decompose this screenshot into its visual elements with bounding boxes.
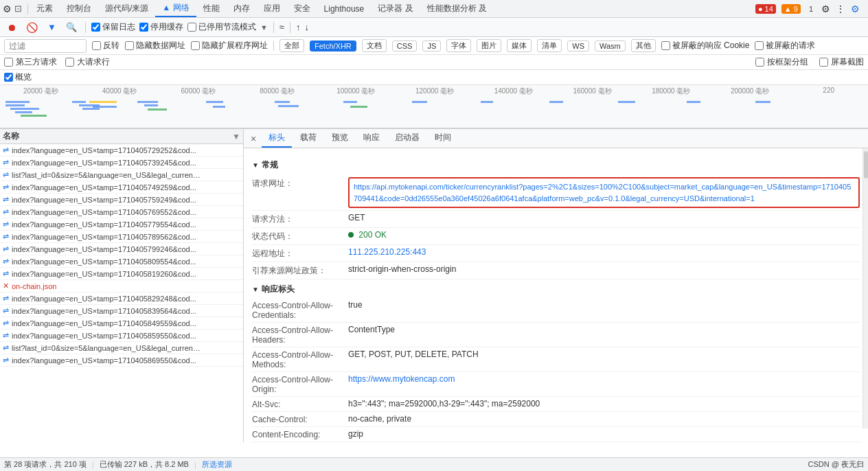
large-rows-check[interactable]: 大请求行 xyxy=(65,56,110,68)
third-party-check[interactable]: 第三方请求 xyxy=(4,56,57,68)
list-item[interactable]: ⇌ index?language=en_US×tamp=171040578956… xyxy=(0,231,243,243)
more-icon[interactable]: ⋮ xyxy=(836,3,845,14)
remote-address-label: 远程地址： xyxy=(252,247,348,260)
hide-extension-urls-checkbox[interactable] xyxy=(191,41,200,50)
list-item[interactable]: ⇌ index?language=en_US×tamp=171040585955… xyxy=(0,330,243,342)
search-icon[interactable]: 🔍 xyxy=(63,21,80,34)
blocked-cookies-check[interactable]: 被屏蔽的响应 Cookie xyxy=(661,40,750,51)
settings-icon[interactable]: ⚙ xyxy=(821,3,830,14)
tab-elements[interactable]: 元素 xyxy=(30,1,60,16)
item-name: list?last_id=0&size=5&language=en_US&leg… xyxy=(12,344,204,352)
filter-doc-btn[interactable]: 文档 xyxy=(362,39,387,52)
close-button[interactable]: × xyxy=(247,132,260,146)
list-item[interactable]: ⇌ index?language=en_US×tamp=171040575924… xyxy=(0,194,243,206)
list-item[interactable]: ⇌ index?language=en_US×tamp=171040581926… xyxy=(0,268,243,280)
tab-lighthouse[interactable]: Lighthouse xyxy=(317,2,372,16)
filter-wasm-btn[interactable]: Wasm xyxy=(595,41,626,51)
flow-dropdown[interactable]: ▼ xyxy=(260,23,268,32)
hide-data-urls-check[interactable]: 隐藏数据网址 xyxy=(125,40,185,51)
tab-memory[interactable]: 内存 xyxy=(227,1,257,16)
group-by-frame-checkbox[interactable] xyxy=(755,58,764,67)
list-item[interactable]: ⇌ index?language=en_US×tamp=171040573924… xyxy=(0,157,243,169)
list-item[interactable]: ⇌ index?language=en_US×tamp=171040583956… xyxy=(0,305,243,317)
list-item[interactable]: ⇌ index?language=en_US×tamp=171040572925… xyxy=(0,144,243,157)
warning-count[interactable]: ▲ 9 xyxy=(781,4,801,14)
hide-data-urls-checkbox[interactable] xyxy=(125,41,134,50)
cursor-icon[interactable]: ⚙ xyxy=(3,3,12,14)
overview-checkbox[interactable] xyxy=(4,73,13,82)
status-code-value: 200 OK xyxy=(348,230,860,240)
screenshot-check[interactable]: 屏幕截图 xyxy=(819,56,864,68)
scrollbar-track[interactable] xyxy=(863,148,868,428)
tab-initiator[interactable]: 启动器 xyxy=(388,129,426,148)
customize-network-icon[interactable]: ⚙ xyxy=(851,3,860,14)
third-party-checkbox[interactable] xyxy=(4,58,13,67)
preserve-log-check[interactable]: 保留日志 xyxy=(91,21,135,33)
response-header-row: Cache-Control: no-cache, private xyxy=(252,412,860,427)
link-icon: ⇌ xyxy=(3,306,9,315)
tab-security[interactable]: 安全 xyxy=(287,1,317,16)
filter-font-btn[interactable]: 字体 xyxy=(446,39,471,52)
record-button[interactable]: ⏺ xyxy=(4,21,19,34)
disable-flow-checkbox[interactable] xyxy=(187,23,196,32)
link-icon: ⇌ xyxy=(3,170,9,179)
clear-button[interactable]: 🚫 xyxy=(23,21,41,34)
blocked-requests-check[interactable]: 被屏蔽的请求 xyxy=(755,40,815,51)
tab-preview[interactable]: 预览 xyxy=(325,129,355,148)
filter-icon[interactable]: ▼ xyxy=(45,21,59,34)
scrollbar-thumb[interactable] xyxy=(864,151,868,179)
list-item[interactable]: ⇌ index?language=en_US×tamp=171040586955… xyxy=(0,354,243,367)
list-item[interactable]: ⇌ index?language=en_US×tamp=171040584955… xyxy=(0,317,243,330)
invert-checkbox[interactable] xyxy=(92,41,101,50)
list-item[interactable]: ⇌ index?language=en_US×tamp=171040579924… xyxy=(0,243,243,255)
disable-flow-check[interactable]: 已停用节流模式 xyxy=(187,21,256,33)
tab-headers[interactable]: 标头 xyxy=(262,129,292,148)
tab-console[interactable]: 控制台 xyxy=(60,1,98,16)
list-item[interactable]: ⇌ index?language=en_US×tamp=171040576955… xyxy=(0,206,243,218)
filter-css-btn[interactable]: CSS xyxy=(392,41,418,51)
tab-application[interactable]: 应用 xyxy=(257,1,287,16)
tab-recorder[interactable]: 记录器 及 xyxy=(371,1,420,16)
filter-input[interactable] xyxy=(4,39,87,53)
filter-fetch-xhr-btn[interactable]: Fetch/XHR xyxy=(310,41,356,51)
tab-network[interactable]: ▲ 网络 xyxy=(155,0,196,17)
inspect-icon[interactable]: ⊡ xyxy=(14,3,22,14)
invert-check[interactable]: 反转 xyxy=(92,40,119,51)
filter-media-btn[interactable]: 媒体 xyxy=(507,39,532,52)
blocked-cookies-checkbox[interactable] xyxy=(661,41,670,50)
upload-icon[interactable]: ↑ xyxy=(296,22,301,32)
list-item[interactable]: ⇌ index?language=en_US×tamp=171040574925… xyxy=(0,181,243,194)
item-name: index?language=en_US×tamp=1710405839564&… xyxy=(12,307,196,315)
list-item[interactable]: ⇌ list?last_id=0&size=5&language=en_US&l… xyxy=(0,169,243,181)
group-by-frame-check[interactable]: 按框架分组 xyxy=(755,56,808,68)
disable-cache-checkbox[interactable] xyxy=(139,23,148,32)
tab-timing[interactable]: 时间 xyxy=(428,129,458,148)
tab-performance[interactable]: 性能 xyxy=(196,1,227,16)
screenshot-checkbox[interactable] xyxy=(819,58,828,67)
disable-flow-label: 已停用节流模式 xyxy=(198,21,256,33)
blocked-requests-checkbox[interactable] xyxy=(755,41,764,50)
list-item[interactable]: ⇌ list?last_id=0&size=5&language=en_US&l… xyxy=(0,342,243,354)
error-count[interactable]: ● 14 xyxy=(755,4,776,14)
list-item-error[interactable]: ✕ on-chain.json xyxy=(0,280,243,292)
overview-check[interactable]: 概览 xyxy=(4,71,32,83)
tab-performance-insights[interactable]: 性能数据分析 及 xyxy=(420,1,494,16)
sort-icon[interactable]: ▼ xyxy=(232,132,240,141)
tab-sources[interactable]: 源代码/来源 xyxy=(98,1,155,16)
tab-payload[interactable]: 载荷 xyxy=(293,129,323,148)
list-item[interactable]: ⇌ index?language=en_US×tamp=171040582924… xyxy=(0,292,243,305)
disable-cache-check[interactable]: 停用缓存 xyxy=(139,21,183,33)
filter-ws-btn[interactable]: WS xyxy=(567,41,589,51)
download-icon[interactable]: ↓ xyxy=(304,22,309,32)
tab-response[interactable]: 响应 xyxy=(356,129,387,148)
filter-other-btn[interactable]: 其他 xyxy=(631,39,656,52)
filter-clear-btn[interactable]: 清单 xyxy=(537,39,562,52)
list-item[interactable]: ⇌ index?language=en_US×tamp=171040580955… xyxy=(0,255,243,268)
large-rows-checkbox[interactable] xyxy=(65,58,74,67)
hide-extension-urls-check[interactable]: 隐藏扩展程序网址 xyxy=(191,40,268,51)
filter-img-btn[interactable]: 图片 xyxy=(477,39,501,52)
filter-js-btn[interactable]: JS xyxy=(422,41,441,51)
list-item[interactable]: ⇌ index?language=en_US×tamp=171040577955… xyxy=(0,218,243,231)
filter-all-btn[interactable]: 全部 xyxy=(279,39,304,52)
preserve-log-checkbox[interactable] xyxy=(91,23,100,32)
